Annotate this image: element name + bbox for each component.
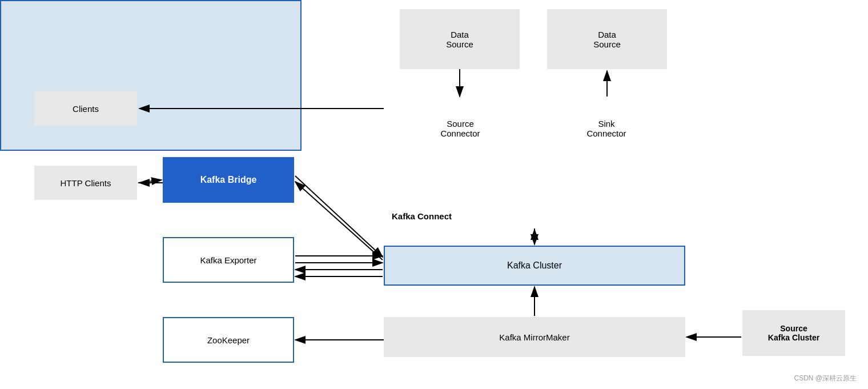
data-source-2-label: Data Source	[593, 30, 621, 49]
http-clients-label: HTTP Clients	[61, 178, 111, 188]
kafka-exporter-box: Kafka Exporter	[163, 237, 294, 283]
data-source-1-label: Data Source	[446, 30, 473, 49]
kafka-exporter-label: Kafka Exporter	[200, 255, 256, 265]
kafka-bridge-label: Kafka Bridge	[200, 175, 257, 185]
kafka-connect-label: Kafka Connect	[392, 211, 452, 221]
sink-connector-box: Sink Connector	[546, 98, 667, 158]
cluster-to-bridge-arrow	[295, 182, 383, 260]
source-kafka-cluster-label: Source Kafka Cluster	[768, 324, 819, 342]
sink-connector-label: Sink Connector	[586, 119, 626, 138]
source-connector-box: Source Connector	[400, 98, 521, 158]
data-source-2-box: Data Source	[547, 9, 667, 69]
zookeeper-label: ZooKeeper	[207, 335, 250, 345]
diagram-container: Data Source Data Source Source Connector…	[0, 0, 868, 389]
http-clients-box: HTTP Clients	[34, 166, 137, 200]
watermark: CSDN @深耕云原生	[794, 374, 857, 383]
zookeeper-box: ZooKeeper	[163, 317, 294, 363]
source-kafka-cluster-box: Source Kafka Cluster	[742, 310, 845, 356]
kafka-connect-outer	[0, 0, 302, 151]
kafka-mirrormaker-box: Kafka MirrorMaker	[384, 317, 685, 357]
kafka-cluster-label: Kafka Cluster	[507, 260, 562, 271]
source-connector-label: Source Connector	[440, 119, 480, 138]
clients-box: Clients	[34, 91, 137, 126]
bridge-to-cluster-arrow	[295, 176, 383, 257]
clients-label: Clients	[73, 104, 99, 114]
kafka-bridge-box: Kafka Bridge	[163, 157, 294, 203]
kafka-cluster-box: Kafka Cluster	[384, 246, 685, 286]
data-source-1-box: Data Source	[400, 9, 520, 69]
kafka-mirrormaker-label: Kafka MirrorMaker	[499, 332, 569, 342]
http-clients-to-bridge-arrow	[138, 180, 162, 183]
